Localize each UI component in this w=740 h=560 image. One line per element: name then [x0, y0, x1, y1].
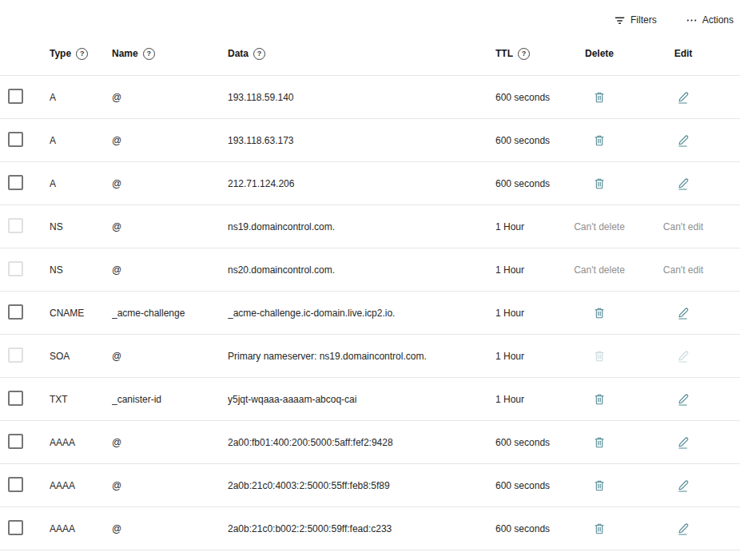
- edit-record-button[interactable]: [675, 478, 691, 494]
- row-checkbox[interactable]: [8, 132, 23, 147]
- table-row: A @ 212.71.124.206 600 seconds: [0, 162, 740, 205]
- edit-record-button[interactable]: [675, 305, 691, 321]
- table-row: AAAA @ 2a0b:21c0:b002:2:5000:59ff:fead:c…: [0, 507, 740, 550]
- records-toolbar: Filters Actions: [0, 0, 740, 32]
- delete-record-button[interactable]: [591, 133, 607, 149]
- record-name: @: [112, 264, 228, 276]
- record-name: @: [112, 135, 228, 146]
- record-name: _canister-id: [112, 394, 228, 405]
- delete-record-button[interactable]: [591, 435, 607, 451]
- record-ttl: 600 seconds: [495, 92, 559, 103]
- filters-button[interactable]: Filters: [614, 14, 657, 26]
- row-checkbox[interactable]: [8, 304, 23, 320]
- delete-record-button[interactable]: [591, 176, 607, 192]
- edit-record-button[interactable]: [675, 176, 691, 192]
- col-header-ttl: TTL: [495, 48, 513, 59]
- cant-delete-label: Can't delete: [574, 221, 625, 232]
- pencil-icon: [677, 479, 690, 492]
- delete-record-button[interactable]: [591, 478, 607, 494]
- help-icon[interactable]: ?: [76, 48, 88, 60]
- trash-icon: [593, 522, 606, 535]
- record-type: CNAME: [50, 308, 112, 319]
- record-type: NS: [50, 221, 112, 232]
- col-header-name: Name: [112, 48, 138, 59]
- edit-record-button[interactable]: [675, 89, 691, 105]
- table-row: CNAME _acme-challenge _acme-challenge.ic…: [0, 292, 740, 335]
- edit-record-button[interactable]: [675, 391, 691, 407]
- actions-label: Actions: [702, 14, 734, 26]
- col-header-type: Type: [50, 48, 71, 59]
- table-row: A @ 193.118.63.173 600 seconds: [0, 119, 740, 162]
- record-ttl: 600 seconds: [495, 437, 559, 448]
- record-data: 212.71.124.206: [228, 178, 495, 189]
- record-name: @: [112, 351, 228, 362]
- edit-record-button[interactable]: [675, 435, 691, 451]
- record-data: y5jqt-wqaaa-aaaam-abcoq-cai: [228, 394, 495, 405]
- table-row: SOA @ Primary nameserver: ns19.domaincon…: [0, 335, 740, 378]
- record-ttl: 600 seconds: [495, 135, 559, 146]
- pencil-icon: [677, 134, 690, 147]
- record-data: ns19.domaincontrol.com.: [228, 221, 495, 232]
- record-type: A: [50, 135, 112, 146]
- help-icon[interactable]: ?: [143, 48, 155, 60]
- table-row: AAAA @ 2a0b:21c0:4003:2:5000:55ff:feb8:5…: [0, 464, 740, 507]
- trash-icon: [593, 91, 606, 104]
- pencil-icon: [677, 350, 690, 363]
- ellipsis-icon: [686, 14, 698, 26]
- help-icon[interactable]: ?: [518, 48, 530, 60]
- delete-record-button[interactable]: [591, 89, 607, 105]
- cant-edit-label: Can't edit: [663, 264, 703, 276]
- trash-icon: [593, 436, 606, 449]
- delete-record-button[interactable]: [591, 305, 607, 321]
- row-checkbox[interactable]: [8, 477, 23, 492]
- record-name: @: [112, 221, 228, 232]
- dns-records-table: Type ? Name ? Data ? TTL ? Delete Edit A…: [0, 32, 740, 550]
- trash-icon: [593, 134, 606, 147]
- table-header: Type ? Name ? Data ? TTL ? Delete Edit: [0, 32, 740, 76]
- pencil-icon: [677, 393, 690, 406]
- record-type: TXT: [50, 394, 112, 405]
- col-header-delete: Delete: [585, 48, 614, 59]
- record-ttl: 1 Hour: [495, 308, 559, 319]
- edit-record-button: [675, 348, 691, 364]
- delete-record-button[interactable]: [591, 391, 607, 407]
- row-checkbox[interactable]: [8, 434, 23, 449]
- record-name: _acme-challenge: [112, 308, 228, 319]
- table-row: NS @ ns19.domaincontrol.com. 1 Hour Can'…: [0, 205, 740, 248]
- record-type: NS: [50, 264, 112, 276]
- delete-record-button[interactable]: [591, 521, 607, 537]
- delete-record-button: [591, 348, 607, 364]
- record-ttl: 600 seconds: [495, 523, 559, 534]
- record-type: SOA: [50, 351, 112, 362]
- col-header-edit: Edit: [674, 48, 693, 59]
- row-checkbox[interactable]: [8, 89, 23, 104]
- table-row: AAAA @ 2a00:fb01:400:200:5000:5aff:fef2:…: [0, 421, 740, 464]
- row-checkbox[interactable]: [8, 391, 23, 406]
- record-name: @: [112, 523, 228, 534]
- record-data: ns20.domaincontrol.com.: [228, 264, 495, 276]
- col-header-data: Data: [228, 48, 249, 59]
- edit-record-button[interactable]: [675, 133, 691, 149]
- filters-label: Filters: [631, 14, 657, 26]
- record-ttl: 1 Hour: [495, 394, 559, 405]
- pencil-icon: [677, 436, 690, 449]
- pencil-icon: [677, 522, 690, 535]
- record-ttl: 1 Hour: [495, 351, 559, 362]
- record-ttl: 600 seconds: [495, 178, 559, 189]
- row-checkbox[interactable]: [8, 520, 23, 535]
- filter-icon: [614, 14, 626, 26]
- actions-button[interactable]: Actions: [686, 14, 734, 26]
- trash-icon: [593, 350, 606, 363]
- record-data: _acme-challenge.ic-domain.live.icp2.io.: [228, 308, 495, 319]
- edit-record-button[interactable]: [675, 521, 691, 537]
- table-row: A @ 193.118.59.140 600 seconds: [0, 76, 740, 119]
- record-type: A: [50, 92, 112, 103]
- record-type: AAAA: [50, 437, 112, 448]
- record-name: @: [112, 92, 228, 103]
- row-checkbox[interactable]: [8, 175, 23, 190]
- help-icon[interactable]: ?: [253, 48, 265, 60]
- pencil-icon: [677, 177, 690, 190]
- trash-icon: [593, 177, 606, 190]
- cant-edit-label: Can't edit: [663, 221, 703, 232]
- record-ttl: 1 Hour: [495, 221, 559, 232]
